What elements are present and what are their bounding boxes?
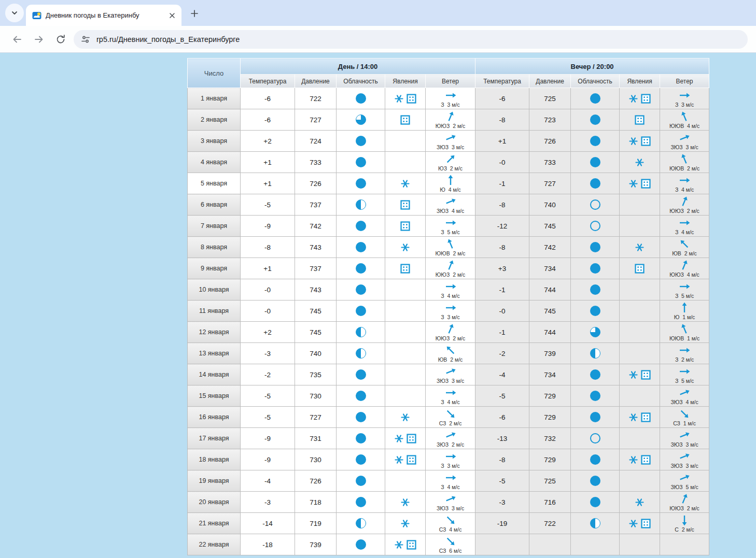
snowflake-icon: [394, 434, 404, 443]
temperature-cell-day: -5: [241, 194, 295, 216]
cloudiness-cell-evening: [571, 492, 620, 513]
phenomena-cell-day: [385, 343, 426, 364]
browser-toolbar: rp5.ru/Дневник_погоды_в_Екатеринбурге: [0, 26, 756, 53]
temperature-cell-evening: -5: [475, 470, 529, 492]
wind-cell-day: ЮЗ 2 м/с: [426, 152, 475, 173]
pressure-cell-evening: 734: [529, 364, 571, 385]
cloud-overcast-icon: [590, 454, 600, 465]
pressure-cell-evening: 744: [529, 322, 571, 343]
wind-indicator: ЮЮЗ 2 м/с: [426, 259, 475, 278]
pressure-cell-evening: [529, 534, 571, 555]
cloudiness-cell-day: [337, 216, 385, 237]
table-row: 21 января-14719СЗ 4 м/с-19722С 2 м/с: [188, 513, 709, 534]
table-row: 3 января+2724ЗЮЗ 3 м/с+1726ЗЮЗ 3 м/с: [188, 131, 709, 152]
col-header-temperature-evening: Температура: [475, 75, 529, 88]
page-content: Число День / 14:00 Вечер / 20:00 Темпера…: [0, 53, 756, 558]
cloudiness-cell-evening: [571, 279, 620, 301]
temperature-cell-day: -18: [241, 534, 295, 555]
address-bar[interactable]: rp5.ru/Дневник_погоды_в_Екатеринбурге: [74, 30, 748, 49]
wind-label: ЮЮВ 4 м/с: [669, 123, 699, 129]
new-tab-button[interactable]: [187, 6, 202, 21]
wind-indicator: СЗ 6 м/с: [426, 535, 475, 554]
tab-close-button[interactable]: [167, 10, 177, 21]
forward-button[interactable]: [30, 31, 48, 48]
wind-cell-evening: ЗЮЗ 4 м/с: [660, 385, 709, 407]
temperature-cell-evening: -6: [475, 407, 529, 428]
wind-indicator: З 4 м/с: [660, 174, 709, 193]
snow-dots-box-icon: [635, 264, 645, 274]
date-cell: 6 января: [188, 194, 241, 216]
cloudiness-cell-day: [337, 109, 385, 131]
pressure-cell-day: 739: [295, 534, 337, 555]
browser-tab[interactable]: Дневник погоды в Екатеринбу: [26, 5, 181, 26]
phenomena-icons: [385, 179, 425, 189]
temperature-cell-day: -14: [241, 513, 295, 534]
wind-cell-day: З 3 м/с: [426, 88, 475, 109]
table-row: 16 января-5727СЗ 2 м/с-6729СЗ 1 м/с: [188, 407, 709, 428]
cloudiness-cell-day: [337, 279, 385, 301]
wind-indicator: З 5 м/с: [660, 365, 709, 384]
snow-dots-box-icon: [400, 115, 410, 125]
cloudiness-cell-evening: [571, 131, 620, 152]
pressure-cell-evening: 722: [529, 513, 571, 534]
wind-indicator: ЗЮЗ 4 м/с: [426, 195, 475, 214]
snowflake-icon: [628, 136, 638, 146]
phenomena-icons: [620, 370, 660, 380]
cloudiness-cell-day: [337, 364, 385, 385]
wind-label: ЮЮВ 1 м/с: [669, 336, 699, 341]
reload-button[interactable]: [52, 31, 69, 48]
wind-arrow-icon: [678, 493, 691, 505]
snow-dots-box-icon: [641, 412, 651, 422]
phenomena-cell-day: [385, 513, 426, 534]
wind-indicator: ЗЮЗ 5 м/с: [660, 471, 709, 490]
pressure-cell-day: 733: [295, 152, 337, 173]
wind-indicator: ЮЮЗ 4 м/с: [660, 259, 709, 278]
back-arrow-icon: [12, 34, 22, 45]
wind-cell-day: СЗ 4 м/с: [426, 513, 475, 534]
table-row: 18 января-9730З 3 м/с-8729ЗЮЗ 3 м/с: [188, 449, 709, 470]
pressure-cell-evening: 726: [529, 131, 571, 152]
table-row: 7 января-9742З 5 м/с-12745З 4 м/с: [188, 216, 709, 237]
snowflake-icon: [635, 242, 645, 252]
wind-arrow-icon: [444, 153, 457, 165]
wind-arrow-icon: [444, 514, 457, 526]
pressure-cell-day: 722: [295, 88, 337, 109]
wind-indicator: ЮЮЗ 2 м/с: [660, 493, 709, 511]
cloudiness-cell-day: [337, 407, 385, 428]
wind-indicator: ЮЮВ 2 м/с: [660, 153, 709, 171]
wind-label: З 2 м/с: [675, 357, 694, 363]
phenomena-icons: [620, 264, 660, 274]
cloud-overcast-icon: [590, 115, 600, 125]
table-row: 20 января-3718ЗЮЗ 3 м/с-3716ЮЮЗ 2 м/с: [188, 492, 709, 513]
wind-label: ЗЮЗ 5 м/с: [670, 484, 698, 490]
wind-arrow-icon: [678, 238, 691, 250]
weather-diary-table: Число День / 14:00 Вечер / 20:00 Темпера…: [187, 58, 709, 555]
snow-dots-box-icon: [407, 94, 416, 104]
snow-dots-box-icon: [407, 455, 416, 465]
wind-cell-day: ЗЮЗ 3 м/с: [426, 131, 475, 152]
snowflake-icon: [400, 519, 410, 528]
col-header-phenomena-evening: Явления: [620, 75, 660, 88]
tab-search-button[interactable]: [5, 4, 24, 22]
wind-label: З 5 м/с: [675, 378, 694, 384]
table-row: 12 января+2745ЮЮЗ 2 м/с-1744ЮЮВ 1 м/с: [188, 322, 709, 343]
pressure-cell-day: 745: [295, 322, 337, 343]
site-settings-icon[interactable]: [81, 35, 90, 44]
table-row: 19 января-4726З 4 м/с-5725ЗЮЗ 5 м/с: [188, 470, 709, 492]
wind-indicator: З 2 м/с: [660, 344, 709, 363]
phenomena-cell-evening: [620, 407, 660, 428]
snowflake-icon: [628, 94, 638, 104]
wind-cell-day: З 4 м/с: [426, 385, 475, 407]
wind-arrow-icon: [678, 195, 691, 208]
pressure-cell-day: 730: [295, 385, 337, 407]
snowflake-icon: [394, 94, 404, 104]
wind-arrow-icon: [678, 302, 691, 314]
date-cell: 8 января: [188, 237, 241, 258]
date-cell: 4 января: [188, 152, 241, 173]
phenomena-cell-evening: [620, 173, 660, 194]
table-row: 15 января-5730З 4 м/с-5729ЗЮЗ 4 м/с: [188, 385, 709, 407]
phenomena-cell-day: [385, 88, 426, 109]
wind-cell-evening: З 4 м/с: [660, 173, 709, 194]
phenomena-cell-evening: [620, 88, 660, 109]
back-button[interactable]: [8, 31, 26, 48]
